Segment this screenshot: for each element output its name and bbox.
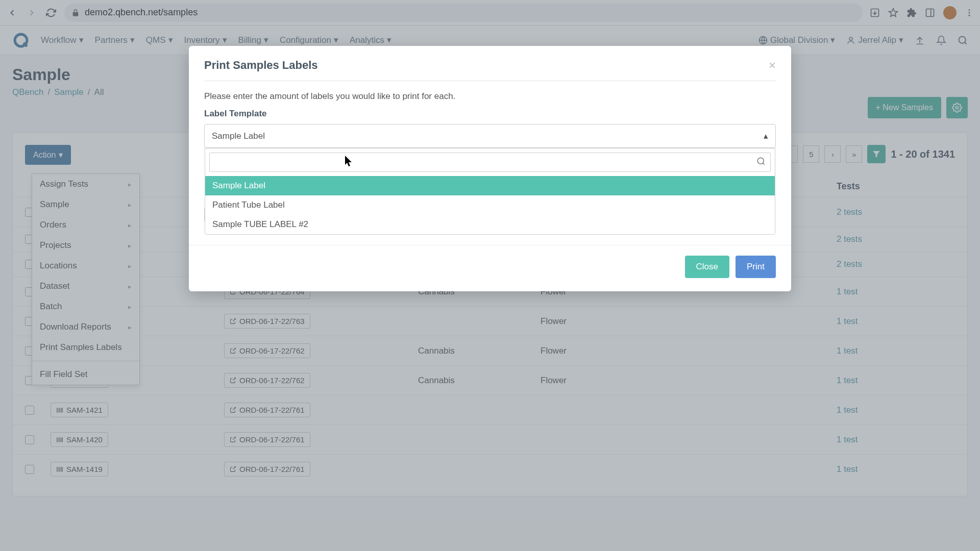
option-patient-tube[interactable]: Patient Tube Label (205, 195, 775, 215)
modal-intro: Please enter the amount of labels you wo… (204, 91, 776, 102)
template-dropdown: Sample Label Patient Tube Label Sample T… (205, 148, 775, 235)
print-button[interactable]: Print (736, 256, 776, 278)
option-sample-label[interactable]: Sample Label (205, 176, 775, 195)
option-sample-tube-2[interactable]: Sample TUBE LABEL #2 (205, 215, 775, 234)
close-icon[interactable]: × (769, 58, 776, 72)
selected-template: Sample Label (212, 131, 265, 141)
chevron-up-icon: ▴ (764, 131, 768, 141)
template-label: Label Template (204, 109, 776, 119)
template-select[interactable]: Sample Label ▴ Sample Label Patient Tube… (204, 124, 776, 148)
modal-title: Print Samples Labels (204, 59, 318, 72)
print-labels-modal: Print Samples Labels × Please enter the … (189, 46, 791, 291)
template-search-input[interactable] (209, 153, 771, 172)
close-button[interactable]: Close (685, 256, 729, 278)
search-icon (756, 157, 766, 166)
